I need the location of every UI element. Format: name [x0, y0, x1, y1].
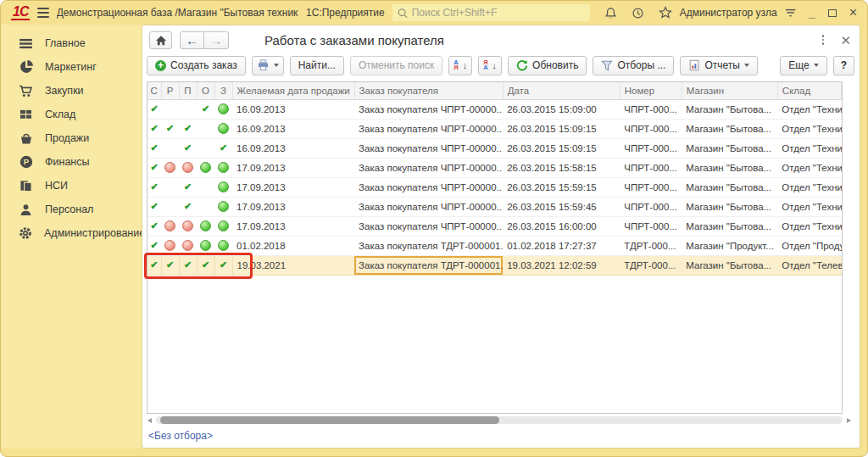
desired-date-cell[interactable]: 16.09.2013 — [232, 138, 354, 158]
warehouse-cell[interactable]: Отдел "Техника д — [777, 138, 841, 158]
sidebar-item-sales[interactable]: Продажи — [1, 126, 142, 150]
shop-cell[interactable]: Магазин "Бытова... — [682, 255, 777, 275]
shop-cell[interactable]: Магазин "Бытова... — [682, 99, 777, 119]
status-cell[interactable] — [197, 216, 214, 236]
help-button[interactable]: ? — [833, 56, 854, 75]
number-cell[interactable]: ЧПРТ-000... — [620, 138, 682, 158]
status-cell[interactable] — [214, 119, 232, 138]
date-cell[interactable]: 26.03.2015 15:59:45 — [503, 197, 620, 216]
status-column-header[interactable]: О — [197, 82, 214, 99]
order-cell[interactable]: Заказ покупателя ТДРТ-000001... — [354, 236, 503, 255]
status-cell[interactable] — [197, 236, 214, 255]
sidebar-item-admin[interactable]: Администрирование — [1, 221, 142, 245]
status-cell[interactable] — [179, 99, 197, 119]
status-cell[interactable] — [214, 216, 232, 236]
status-column-header[interactable]: П — [179, 82, 197, 99]
search-input[interactable] — [412, 7, 585, 19]
warehouse-cell[interactable]: Отдел "Техника д — [777, 197, 841, 216]
status-cell[interactable]: ✔ — [147, 255, 161, 275]
number-cell[interactable]: ЧПРТ-000... — [620, 158, 682, 177]
scrollbar-thumb[interactable] — [160, 416, 499, 424]
column-header[interactable]: Желаемая дата продажи — [232, 82, 354, 99]
status-cell[interactable] — [179, 158, 197, 177]
column-header[interactable]: Магазин — [682, 82, 777, 99]
number-cell[interactable]: ЧПРТ-000... — [620, 99, 682, 119]
status-column-header[interactable]: З — [214, 82, 232, 99]
home-button[interactable] — [149, 31, 172, 49]
shop-cell[interactable]: Магазин "Бытова... — [682, 197, 777, 216]
shop-cell[interactable]: Магазин "Бытова... — [682, 216, 777, 236]
sidebar-item-finance[interactable]: РФинансы — [1, 150, 142, 174]
date-cell[interactable]: 26.03.2015 15:58:15 — [503, 158, 620, 177]
desired-date-cell[interactable]: 16.09.2013 — [232, 99, 354, 119]
sidebar-item-staff[interactable]: Персонал — [1, 198, 142, 221]
warehouse-cell[interactable]: Отдел "Техника д — [777, 177, 841, 197]
status-cell[interactable] — [161, 99, 179, 119]
status-cell[interactable] — [161, 236, 179, 255]
warehouse-cell[interactable]: Отдел "Продукты — [777, 236, 841, 255]
status-cell[interactable]: ✔ — [197, 255, 214, 275]
forward-button[interactable]: → — [204, 31, 229, 49]
desired-date-cell[interactable]: 19.03.2021 — [232, 255, 354, 275]
date-cell[interactable]: 26.03.2015 15:09:15 — [503, 119, 620, 138]
status-cell[interactable]: ✔ — [197, 99, 214, 119]
status-cell[interactable]: ✔ — [161, 119, 179, 138]
status-column-header[interactable]: Р — [161, 82, 179, 99]
table-row[interactable]: ✔✔✔16.09.2013Заказ покупателя ЧПРТ-00000… — [147, 138, 842, 158]
sidebar-item-nsi[interactable]: НСИ — [1, 174, 142, 198]
more-button[interactable]: Еще — [780, 56, 826, 75]
filters-button[interactable]: Отборы ... — [593, 56, 674, 75]
status-cell[interactable]: ✔ — [161, 255, 179, 275]
shop-cell[interactable]: Магазин "Бытова... — [682, 177, 777, 197]
status-cell[interactable] — [179, 236, 197, 255]
date-cell[interactable]: 19.03.2021 12:02:59 — [503, 255, 620, 275]
column-header[interactable]: Номер — [620, 82, 682, 99]
status-cell[interactable]: ✔ — [147, 138, 161, 158]
status-cell[interactable] — [161, 216, 179, 236]
status-cell[interactable]: ✔ — [179, 138, 197, 158]
number-cell[interactable]: ЧПРТ-000... — [620, 216, 682, 236]
warehouse-cell[interactable]: Отдел "Техника д — [777, 216, 841, 236]
status-cell[interactable]: ✔ — [147, 119, 161, 138]
table-header-row[interactable]: СРПОЗЖелаемая дата продажиЗаказ покупате… — [147, 82, 842, 99]
status-cell[interactable]: ✔ — [179, 119, 197, 138]
status-cell[interactable]: ✔ — [147, 197, 161, 216]
table-row[interactable]: ✔17.09.2013Заказ покупателя ЧПРТ-00000..… — [147, 216, 842, 236]
status-column-header[interactable]: С — [147, 82, 161, 99]
status-cell[interactable]: ✔ — [179, 255, 197, 275]
column-header[interactable]: Склад — [777, 82, 841, 99]
shop-cell[interactable]: Магазин "Бытова... — [682, 119, 777, 138]
date-cell[interactable]: 01.02.2018 17:27:37 — [503, 236, 620, 255]
number-cell[interactable]: ЧПРТ-000... — [620, 119, 682, 138]
status-cell[interactable]: ✔ — [147, 236, 161, 255]
status-cell[interactable] — [214, 197, 232, 216]
status-cell[interactable] — [161, 158, 179, 177]
form-menu-icon[interactable] — [821, 33, 826, 47]
order-cell[interactable]: Заказ покупателя ТДРТ-000001... — [354, 255, 503, 275]
scroll-left-arrow-icon[interactable] — [147, 418, 152, 423]
order-cell[interactable]: Заказ покупателя ЧПРТ-00000... — [354, 158, 503, 177]
shop-cell[interactable]: Магазин "Бытова... — [682, 158, 777, 177]
desired-date-cell[interactable]: 17.09.2013 — [232, 216, 354, 236]
status-cell[interactable] — [197, 138, 214, 158]
status-cell[interactable] — [214, 99, 232, 119]
sidebar-item-purchases[interactable]: Закупки — [1, 79, 142, 103]
back-button[interactable]: ← — [180, 31, 204, 49]
date-cell[interactable]: 26.03.2015 15:09:15 — [503, 138, 620, 158]
warehouse-cell[interactable]: Отдел "Техника д — [777, 119, 841, 138]
status-cell[interactable]: ✔ — [147, 158, 161, 177]
status-cell[interactable] — [214, 177, 232, 197]
order-cell[interactable]: Заказ покупателя ЧПРТ-00000... — [354, 177, 503, 197]
desired-date-cell[interactable]: 17.09.2013 — [232, 177, 354, 197]
sort-descending-button[interactable]: ЯА ↓ — [478, 56, 502, 75]
order-cell[interactable]: Заказ покупателя ЧПРТ-00000... — [354, 216, 503, 236]
warehouse-cell[interactable]: Отдел "Телевизо — [777, 255, 841, 275]
status-cell[interactable] — [179, 216, 197, 236]
reports-button[interactable]: Отчеты — [680, 56, 757, 75]
global-search[interactable] — [392, 4, 590, 21]
print-button[interactable] — [252, 56, 284, 75]
status-cell[interactable]: ✔ — [179, 197, 197, 216]
status-cell[interactable] — [197, 158, 214, 177]
favorites-star-icon[interactable] — [659, 6, 672, 20]
filter-status-link[interactable]: <Без отбора> — [148, 430, 213, 442]
